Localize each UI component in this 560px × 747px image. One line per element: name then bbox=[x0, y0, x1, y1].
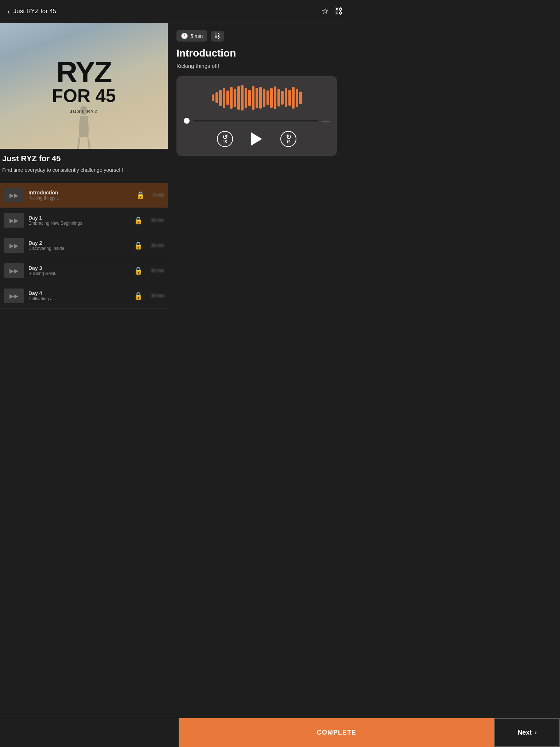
wave-bar bbox=[270, 88, 273, 108]
wave-bar bbox=[285, 88, 287, 107]
lesson-thumbnail: ▶▶ bbox=[4, 263, 24, 278]
lock-icon: 🔒 bbox=[134, 241, 143, 250]
episode-title: Introduction bbox=[176, 47, 341, 59]
episode-link-button[interactable]: ⛓ bbox=[211, 31, 224, 42]
wave-bar bbox=[267, 90, 269, 105]
player-controls: ↺ 15 ↻ 15 bbox=[184, 131, 330, 147]
skip-back-arrow: ↺ bbox=[222, 134, 228, 140]
lesson-subtitle: Cultivating a... bbox=[28, 296, 126, 301]
duration-badge: 🕐 5 min bbox=[176, 30, 207, 42]
lock-icon: 🔒 bbox=[136, 191, 145, 200]
wave-bar bbox=[230, 87, 233, 109]
left-column: RYZ FOR 45 JUST RYZ Just RYZ for 45 Find… bbox=[0, 23, 168, 309]
lesson-thumb-icon: ▶▶ bbox=[9, 217, 18, 224]
wave-bar bbox=[296, 89, 298, 107]
progress-bar[interactable] bbox=[193, 120, 318, 121]
wave-bar bbox=[292, 87, 295, 109]
time-display: --:-- bbox=[322, 118, 330, 124]
wave-bar bbox=[277, 89, 280, 107]
svg-point-0 bbox=[80, 106, 88, 115]
skip-back-button[interactable]: ↺ 15 bbox=[217, 131, 233, 147]
waveform bbox=[184, 85, 330, 111]
course-info: Just RYZ for 45 Find time everyday to co… bbox=[0, 149, 168, 179]
lesson-details: Day 3 Building Resil... bbox=[28, 265, 126, 276]
lock-icon: 🔒 bbox=[134, 216, 143, 225]
lesson-thumbnail: ▶▶ bbox=[4, 289, 24, 303]
lesson-thumb-icon: ▶▶ bbox=[9, 293, 18, 299]
progress-dot[interactable] bbox=[184, 118, 190, 124]
lesson-details: Day 1 Embracing New Beginnings bbox=[28, 215, 126, 226]
lesson-details: Day 2 Discovering Inside bbox=[28, 240, 126, 251]
link-icon[interactable]: ⛓ bbox=[335, 7, 343, 16]
wave-bar bbox=[259, 87, 262, 109]
lock-icon: 🔒 bbox=[134, 291, 143, 300]
lesson-thumbnail: ▶▶ bbox=[4, 238, 24, 253]
lesson-thumb-icon: ▶▶ bbox=[9, 267, 18, 274]
list-item[interactable]: ▶▶ Day 2 Discovering Inside 🔒 30 min bbox=[0, 233, 168, 258]
lesson-subtitle: Building Resil... bbox=[28, 271, 126, 276]
duration-text: 5 min bbox=[190, 33, 203, 39]
lesson-thumbnail: ▶▶ bbox=[4, 188, 24, 202]
lesson-name: Introduction bbox=[28, 190, 128, 196]
for45-title: FOR 45 bbox=[52, 87, 116, 105]
skip-forward-num: 15 bbox=[286, 140, 290, 144]
lesson-thumb-icon: ▶▶ bbox=[9, 192, 18, 199]
wave-bar bbox=[241, 85, 244, 111]
list-item[interactable]: ▶▶ Day 4 Cultivating a... 🔒 30 min bbox=[0, 283, 168, 309]
course-title: Just RYZ for 45 bbox=[2, 154, 166, 163]
wave-bar bbox=[226, 90, 229, 105]
wave-bar bbox=[215, 92, 218, 103]
progress-row[interactable]: --:-- bbox=[184, 118, 330, 124]
wave-bar bbox=[248, 90, 251, 106]
header-title: Just RYZ for 45 bbox=[13, 8, 57, 15]
lesson-duration: 30 min bbox=[151, 218, 164, 223]
course-image: RYZ FOR 45 JUST RYZ bbox=[0, 23, 168, 149]
wave-bar bbox=[263, 89, 265, 107]
lock-icon: 🔒 bbox=[134, 266, 143, 275]
star-icon[interactable]: ☆ bbox=[322, 7, 329, 16]
lesson-thumbnail: ▶▶ bbox=[4, 213, 24, 228]
back-button[interactable]: ‹ bbox=[7, 7, 10, 16]
audio-player: --:-- ↺ 15 ↻ 15 bbox=[176, 76, 337, 156]
list-item[interactable]: ▶▶ Introduction Kicking things... 🔒 5 mi… bbox=[0, 183, 168, 208]
wave-bar bbox=[281, 91, 284, 105]
course-description: Find time everyday to consistently chall… bbox=[2, 166, 166, 174]
lesson-subtitle: Embracing New Beginnings bbox=[28, 221, 126, 226]
lesson-name: Day 4 bbox=[28, 290, 126, 296]
lesson-name: Day 1 bbox=[28, 215, 126, 221]
skip-back-num: 15 bbox=[223, 140, 227, 144]
play-button[interactable] bbox=[251, 132, 262, 146]
lesson-details: Day 4 Cultivating a... bbox=[28, 290, 126, 301]
lesson-list: ▶▶ Introduction Kicking things... 🔒 5 mi… bbox=[0, 183, 168, 309]
lesson-thumb-icon: ▶▶ bbox=[9, 242, 18, 249]
wave-bar bbox=[237, 86, 240, 110]
wave-bar bbox=[288, 90, 291, 106]
clock-icon: 🕐 bbox=[181, 32, 188, 39]
wave-bar bbox=[219, 90, 222, 106]
lesson-duration: 30 min bbox=[151, 293, 164, 298]
wave-bar bbox=[212, 94, 214, 101]
person-silhouette bbox=[73, 105, 95, 149]
skip-forward-button[interactable]: ↻ 15 bbox=[280, 131, 296, 147]
list-item[interactable]: ▶▶ Day 3 Building Resil... 🔒 30 min bbox=[0, 258, 168, 283]
lesson-subtitle: Discovering Inside bbox=[28, 246, 126, 251]
lesson-subtitle: Kicking things... bbox=[28, 196, 128, 201]
wave-bar bbox=[274, 86, 276, 109]
wave-bar bbox=[256, 88, 258, 108]
header-left: ‹ Just RYZ for 45 bbox=[7, 7, 56, 16]
episode-description: Kicking things off! bbox=[176, 63, 341, 69]
lesson-duration: 5 min bbox=[153, 193, 164, 198]
wave-bar bbox=[299, 92, 302, 104]
lesson-name: Day 3 bbox=[28, 265, 126, 271]
ryz-title: RYZ bbox=[56, 58, 111, 87]
main-content: RYZ FOR 45 JUST RYZ Just RYZ for 45 Find… bbox=[0, 23, 350, 345]
wave-bar bbox=[245, 88, 247, 108]
lesson-duration: 30 min bbox=[151, 268, 164, 273]
lesson-details: Introduction Kicking things... bbox=[28, 190, 128, 201]
lesson-name: Day 2 bbox=[28, 240, 126, 246]
meta-row: 🕐 5 min ⛓ bbox=[176, 30, 341, 42]
right-column: 🕐 5 min ⛓ Introduction Kicking things of… bbox=[168, 23, 350, 309]
wave-bar bbox=[252, 86, 254, 110]
list-item[interactable]: ▶▶ Day 1 Embracing New Beginnings 🔒 30 m… bbox=[0, 208, 168, 233]
header: ‹ Just RYZ for 45 ☆ ⛓ bbox=[0, 0, 350, 23]
